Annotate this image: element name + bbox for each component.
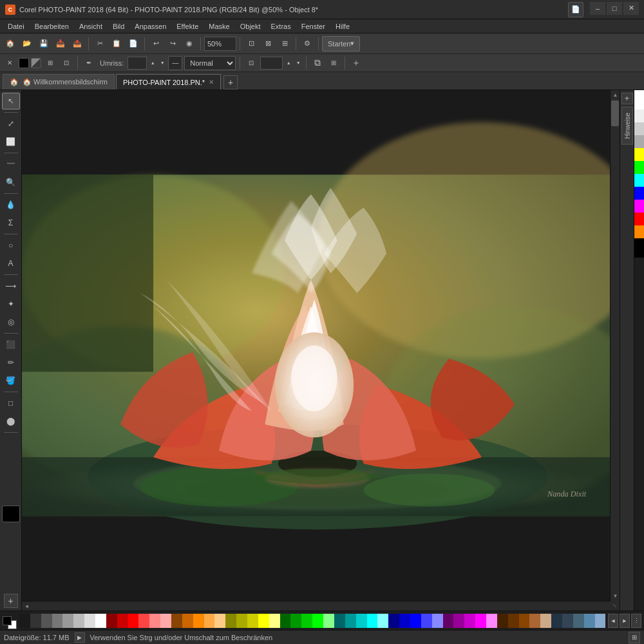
zoom-fit-btn[interactable]: ⊞ [277, 36, 292, 52]
menu-maske[interactable]: Maske [204, 19, 234, 33]
obj-pen-btn[interactable]: ✒ [82, 56, 96, 70]
pc-32[interactable] [356, 614, 367, 628]
pc-12[interactable] [138, 614, 149, 628]
pc-19[interactable] [214, 614, 225, 628]
obj-btn2[interactable]: ⊞ [43, 56, 57, 70]
menu-datei[interactable]: Datei [3, 19, 30, 33]
pc-28[interactable] [312, 614, 323, 628]
obj-spinner-dn[interactable]: ▼ [158, 60, 166, 66]
pc-5[interactable] [62, 614, 73, 628]
foreground-swatch[interactable] [3, 616, 12, 625]
pc-50[interactable] [551, 614, 562, 628]
menu-anpassen[interactable]: Anpassen [129, 19, 171, 33]
palette-color-lgray[interactable] [634, 109, 644, 122]
scroll-down-arrow[interactable]: ▼ [611, 591, 620, 601]
tool-rect[interactable]: ⬛ [2, 336, 20, 353]
tool-forecolor[interactable] [2, 506, 20, 522]
add-obj-btn[interactable]: ＋ [349, 56, 363, 70]
blend-btn1[interactable]: ⧉ [310, 56, 325, 70]
hints-tab[interactable]: Hinweise [621, 107, 633, 145]
pc-30[interactable] [334, 614, 345, 628]
pc-51[interactable] [562, 614, 573, 628]
paste-btn[interactable]: 📄 [126, 36, 141, 52]
copy-btn[interactable]: 📋 [109, 36, 124, 52]
pc-36[interactable] [399, 614, 410, 628]
pc-49[interactable] [540, 614, 551, 628]
obj-line-btn[interactable]: — [168, 56, 182, 70]
tool-text[interactable]: A [2, 255, 20, 272]
tab-add-button[interactable]: + [223, 75, 238, 90]
pc-47[interactable] [519, 614, 530, 628]
pc-6[interactable] [73, 614, 84, 628]
obj-btn1[interactable]: ✕ [3, 56, 17, 70]
palette-color-dgray[interactable] [634, 135, 644, 148]
pc-35[interactable] [388, 614, 399, 628]
menu-effekte[interactable]: Effekte [171, 19, 204, 33]
undo-btn[interactable]: ↩ [148, 36, 164, 52]
pc-18[interactable] [204, 614, 215, 628]
pc-24[interactable] [269, 614, 280, 628]
pc-14[interactable] [160, 614, 171, 628]
pc-16[interactable] [182, 614, 193, 628]
palette-next-btn[interactable]: ► [620, 614, 630, 628]
menu-bearbeiten[interactable]: Bearbeiten [30, 19, 74, 33]
obj-spinner-up[interactable]: ▲ [149, 60, 156, 66]
zoom-input[interactable]: 50% [204, 37, 236, 51]
palette-menu-btn[interactable]: ⋮ [631, 614, 641, 628]
fit-btn[interactable]: ⊡ [243, 36, 259, 52]
tool-zoom[interactable]: 🔍 [2, 174, 20, 191]
settings-btn[interactable]: ⚙ [299, 36, 315, 52]
palette-color-gray[interactable] [634, 122, 644, 135]
pc-42[interactable] [464, 614, 475, 628]
pc-7[interactable] [84, 614, 95, 628]
pc-15[interactable] [171, 614, 182, 628]
pc-37[interactable] [410, 614, 421, 628]
import-btn[interactable]: 📥 [53, 36, 68, 52]
pc-46[interactable] [508, 614, 519, 628]
palette-prev-btn[interactable]: ◄ [608, 614, 618, 628]
palette-color-magenta[interactable] [634, 200, 644, 213]
new-btn[interactable]: 🏠 [3, 36, 18, 52]
tool-dropper[interactable]: 💧 [2, 196, 20, 213]
maximize-button[interactable]: □ [607, 2, 622, 15]
tool-paint[interactable]: ⟶ [2, 278, 20, 294]
pc-38[interactable] [421, 614, 432, 628]
tool-effect[interactable]: ✦ [2, 296, 20, 312]
tool-clone[interactable]: ◎ [2, 314, 20, 330]
blend-btn2[interactable]: ⊞ [327, 56, 341, 70]
pc-41[interactable] [453, 614, 464, 628]
palette-color-cyan[interactable] [634, 174, 644, 187]
pc-1[interactable] [19, 614, 30, 628]
opacity-spin-up[interactable]: ▲ [285, 60, 292, 66]
scroll-thumb-v[interactable] [611, 100, 619, 126]
pc-20[interactable] [225, 614, 236, 628]
palette-color-green[interactable] [634, 161, 644, 174]
tab-file-close[interactable]: ✕ [209, 79, 214, 86]
pc-10[interactable] [117, 614, 128, 628]
scroll-up-arrow[interactable]: ▲ [611, 90, 620, 100]
pc-54[interactable] [595, 614, 605, 628]
menu-hilfe[interactable]: Hilfe [330, 19, 355, 33]
pc-31[interactable] [345, 614, 356, 628]
pc-23[interactable] [258, 614, 269, 628]
scrollbar-horizontal[interactable]: ◄ [22, 601, 610, 611]
pc-13[interactable] [149, 614, 160, 628]
opacity-input[interactable]: 0 [260, 57, 283, 70]
document-icon-btn[interactable]: 📄 [568, 2, 583, 17]
pc-25[interactable] [280, 614, 291, 628]
pc-53[interactable] [584, 614, 595, 628]
redo-btn[interactable]: ↪ [165, 36, 180, 52]
tab-file[interactable]: PHOTO-PAINT 2018.PN.* ✕ [116, 74, 221, 90]
tool-select[interactable]: ↖ [2, 93, 20, 109]
tool-crop[interactable]: ⬜ [2, 133, 20, 150]
zoom-100-btn[interactable]: ⊠ [260, 36, 276, 52]
tool-freehand[interactable]: 〰 [2, 156, 20, 173]
starten-btn[interactable]: Starten ▾ [322, 36, 360, 52]
pc-9[interactable] [106, 614, 117, 628]
history-btn[interactable]: ◉ [182, 36, 197, 52]
tool-add-button[interactable]: + [4, 594, 18, 608]
pc-44[interactable] [486, 614, 497, 628]
palette-color-blue[interactable] [634, 187, 644, 200]
opacity-spin-dn[interactable]: ▼ [294, 60, 302, 66]
menu-extras[interactable]: Extras [266, 19, 296, 33]
